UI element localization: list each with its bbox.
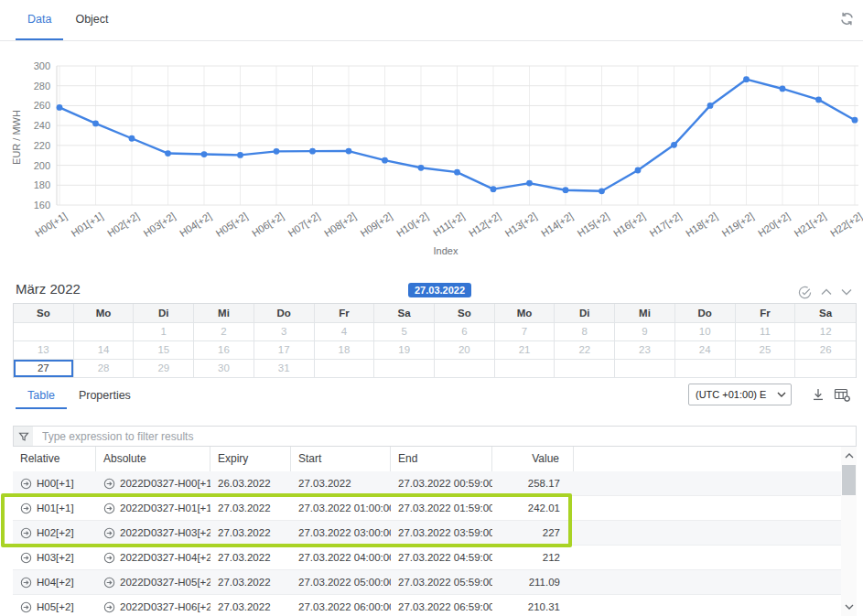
calendar-day-cell[interactable]: 30 xyxy=(194,360,254,378)
calendar-day-cell[interactable] xyxy=(74,323,135,341)
calendar-day-cell[interactable]: 10 xyxy=(675,323,736,341)
calendar-day-cell[interactable]: 13 xyxy=(14,341,74,360)
expiry-cell: 27.03.2022 xyxy=(210,552,291,563)
table-row[interactable]: H00[+1]2022D0327-H00[+1]26.03.202227.03.… xyxy=(13,471,841,496)
calendar-title: März 2022 xyxy=(16,281,81,297)
calendar-day-cell[interactable]: 5 xyxy=(374,323,435,341)
calendar-day-cell[interactable] xyxy=(374,360,435,378)
calendar-day-cell[interactable]: 25 xyxy=(736,341,796,360)
calendar-day-cell[interactable]: 7 xyxy=(495,323,556,341)
calendar-day-cell[interactable]: 20 xyxy=(435,341,495,360)
calendar-day-cell[interactable]: 17 xyxy=(254,341,315,360)
circle-arrow-icon xyxy=(20,577,32,589)
calendar-day-cell[interactable] xyxy=(675,360,736,378)
absolute-cell: 2022D0327-H01[+1] xyxy=(96,503,210,514)
calendar-day-cell[interactable]: 16 xyxy=(194,341,254,360)
top-tab-bar: Data Object xyxy=(0,0,863,41)
filter-input[interactable] xyxy=(33,430,856,443)
scroll-down-icon[interactable] xyxy=(841,599,857,614)
calendar-day-cell[interactable] xyxy=(14,323,74,341)
calendar-day-cell[interactable]: 29 xyxy=(134,360,194,378)
column-header-absolute[interactable]: Absolute xyxy=(96,447,210,471)
calendar-day-cell[interactable] xyxy=(615,360,675,378)
start-cell: 27.03.2022 01:00:00 xyxy=(291,503,391,513)
table-row[interactable]: H03[+2]2022D0327-H04[+2]27.03.202227.03.… xyxy=(13,546,841,570)
calendar-day-header: Sa xyxy=(795,304,856,323)
svg-text:H21[+2]: H21[+2] xyxy=(792,211,827,239)
tab-table[interactable]: Table xyxy=(16,383,67,409)
calendar-day-cell[interactable]: 2 xyxy=(194,323,254,341)
tab-data[interactable]: Data xyxy=(16,0,63,40)
start-cell: 27.03.2022 xyxy=(291,478,391,489)
chart-plot-area: 160180200220240260280300 xyxy=(34,60,858,211)
absolute-cell: 2022D0327-H00[+1] xyxy=(96,478,210,490)
calendar-grid: SoMoDiMiDoFrSaSoMoDiMiDoFrSa 12345678910… xyxy=(13,303,857,378)
refresh-icon[interactable] xyxy=(839,11,855,27)
calendar-day-cell[interactable] xyxy=(495,360,556,378)
end-cell: 27.03.2022 06:59:00 xyxy=(391,601,492,612)
column-header-start[interactable]: Start xyxy=(291,447,391,471)
chevron-up-icon[interactable] xyxy=(820,286,833,297)
calendar-day-cell[interactable]: 15 xyxy=(134,341,194,360)
table-settings-icon[interactable] xyxy=(834,387,851,403)
calendar-day-cell[interactable] xyxy=(555,360,615,378)
relative-cell: H01[+1] xyxy=(13,503,96,514)
relative-cell: H03[+2] xyxy=(13,552,96,564)
calendar-day-header: Mo xyxy=(74,304,135,323)
calendar-day-cell[interactable]: 11 xyxy=(736,323,796,341)
calendar-day-cell[interactable] xyxy=(435,360,495,378)
calendar-weeks: 1234567891011121314151617181920212223242… xyxy=(14,323,856,378)
calendar-day-cell[interactable]: 24 xyxy=(675,341,736,360)
svg-text:H17[+2]: H17[+2] xyxy=(647,211,683,239)
value-cell: 242.01 xyxy=(492,503,574,513)
table-row[interactable]: H04[+2]2022D0327-H05[+2]27.03.202227.03.… xyxy=(13,570,841,595)
tab-properties[interactable]: Properties xyxy=(67,383,143,409)
calendar-day-cell[interactable]: 8 xyxy=(555,323,615,341)
calendar-day-cell[interactable]: 12 xyxy=(795,323,856,341)
column-header-value[interactable]: Value xyxy=(492,447,574,471)
calendar-day-cell[interactable]: 9 xyxy=(615,323,675,341)
table-row-highlighted[interactable]: H01[+1]2022D0327-H01[+1]27.03.202227.03.… xyxy=(13,496,841,521)
calendar-day-cell[interactable] xyxy=(795,360,856,378)
tab-object[interactable]: Object xyxy=(63,0,120,40)
check-circle-icon[interactable] xyxy=(798,286,812,299)
calendar-day-cell[interactable]: 21 xyxy=(495,341,556,360)
scroll-up-icon[interactable] xyxy=(841,448,857,463)
column-header-relative[interactable]: Relative xyxy=(13,447,96,471)
calendar-day-cell[interactable]: 23 xyxy=(615,341,675,360)
circle-arrow-icon xyxy=(103,552,115,564)
circle-arrow-icon xyxy=(103,478,115,490)
calendar-day-cell[interactable]: 18 xyxy=(315,341,375,360)
filter-funnel-icon[interactable] xyxy=(14,427,33,446)
calendar-day-cell[interactable] xyxy=(736,360,796,378)
value-cell: 211.09 xyxy=(492,577,574,588)
calendar-day-cell[interactable]: 28 xyxy=(74,360,135,378)
calendar-day-cell-selected[interactable]: 27 xyxy=(14,360,74,378)
column-header-expiry[interactable]: Expiry xyxy=(210,447,291,471)
column-header-end[interactable]: End xyxy=(391,447,492,471)
calendar-day-cell[interactable]: 3 xyxy=(254,323,315,341)
expiry-cell: 26.03.2022 xyxy=(210,478,291,489)
table-row-highlighted[interactable]: H02[+2]2022D0327-H03[+2]27.03.202227.03.… xyxy=(13,521,841,546)
download-icon[interactable] xyxy=(811,387,825,402)
calendar-day-cell[interactable] xyxy=(315,360,375,378)
calendar-day-cell[interactable]: 31 xyxy=(254,360,315,378)
calendar-day-cell[interactable]: 14 xyxy=(74,341,135,360)
table-body: H00[+1]2022D0327-H00[+1]26.03.202227.03.… xyxy=(13,471,841,616)
calendar-day-header: So xyxy=(14,304,74,323)
svg-text:H08[+2]: H08[+2] xyxy=(322,211,358,239)
timezone-select[interactable]: (UTC +01:00) E xyxy=(688,384,792,405)
svg-text:H12[+2]: H12[+2] xyxy=(467,211,502,239)
svg-text:180: 180 xyxy=(34,179,50,190)
calendar-day-cell[interactable]: 1 xyxy=(134,323,194,341)
calendar-day-cell[interactable]: 26 xyxy=(795,341,856,360)
svg-text:H00[+1]: H00[+1] xyxy=(33,211,69,239)
calendar-day-cell[interactable]: 6 xyxy=(435,323,495,341)
calendar-day-cell[interactable]: 22 xyxy=(555,341,615,360)
chevron-down-icon[interactable] xyxy=(840,286,853,297)
table-row[interactable]: H05[+2]2022D0327-H06[+2]27.03.202227.03.… xyxy=(13,595,841,616)
scrollbar-thumb[interactable] xyxy=(842,465,856,495)
calendar-day-cell[interactable]: 4 xyxy=(315,323,375,341)
circle-arrow-icon xyxy=(20,552,32,564)
calendar-day-cell[interactable]: 19 xyxy=(374,341,435,360)
